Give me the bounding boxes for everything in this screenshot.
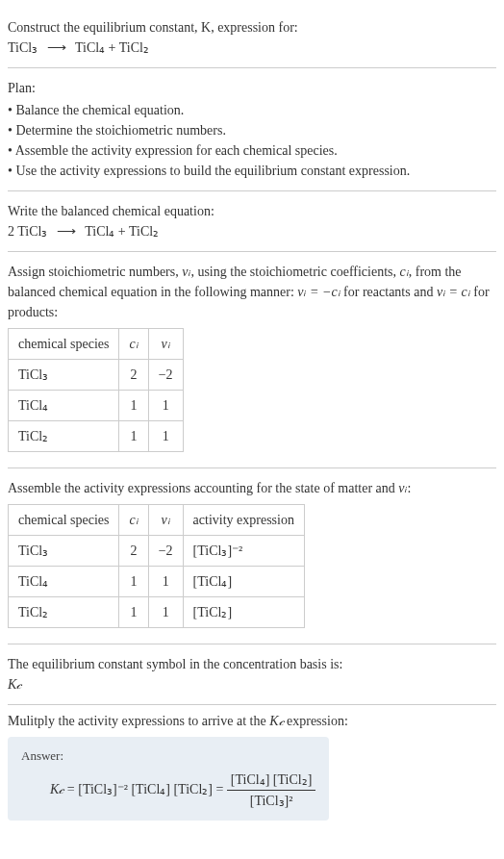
- eq-rhs: TiCl₄ + TiCl₂: [85, 224, 159, 239]
- arrow-icon: ⟶: [41, 40, 72, 55]
- table-header-row: chemical species cᵢ νᵢ activity expressi…: [9, 505, 305, 536]
- cell-species: TiCl₃: [9, 360, 119, 391]
- th-species: chemical species: [9, 505, 119, 536]
- plan-section: Plan: Balance the chemical equation. Det…: [8, 68, 496, 191]
- answer-formula: K𝒸 = [TiCl₃]⁻² [TiCl₄] [TiCl₂] = [TiCl₄]…: [21, 770, 315, 811]
- table-row: TiCl₃ 2 −2: [9, 360, 184, 391]
- prompt-text: Construct the equilibrium constant, K, e…: [8, 20, 298, 35]
- table-header-row: chemical species cᵢ νᵢ: [9, 329, 184, 360]
- cell-species: TiCl₂: [9, 421, 119, 452]
- cell-activity: [TiCl₄]: [183, 567, 304, 597]
- th-nui: νᵢ: [148, 329, 183, 360]
- lhs: = [TiCl₃]⁻² [TiCl₄] [TiCl₂] =: [63, 781, 227, 796]
- plan-item: Determine the stoichiometric numbers.: [8, 120, 496, 140]
- cell-nui: 1: [148, 597, 183, 628]
- c-i: cᵢ: [400, 265, 409, 279]
- plan-item: Balance the chemical equation.: [8, 100, 496, 120]
- kc: K𝒸: [269, 714, 283, 728]
- plan-title: Plan:: [8, 78, 496, 98]
- cell-ci: 1: [119, 567, 148, 597]
- text: Assemble the activity expressions accoun…: [8, 481, 398, 495]
- th-activity: activity expression: [183, 505, 304, 536]
- eq-lhs: 2 TiCl₃: [8, 224, 47, 239]
- multiply-section: Mulitply the activity expressions to arr…: [8, 705, 496, 826]
- fraction: [TiCl₄] [TiCl₂][TiCl₃]²: [227, 770, 316, 811]
- cell-ci: 2: [119, 360, 148, 391]
- kc-symbol: K𝒸: [8, 674, 496, 695]
- cell-ci: 1: [119, 597, 148, 628]
- rel2: νᵢ = cᵢ: [437, 285, 470, 299]
- th-ci: cᵢ: [119, 505, 148, 536]
- cell-activity: [TiCl₃]⁻²: [183, 536, 304, 567]
- text: , using the stoichiometric coefficients,: [190, 265, 399, 279]
- cell-nui: −2: [148, 536, 183, 567]
- text: Mulitply the activity expressions to arr…: [8, 714, 269, 728]
- table-row: TiCl₄ 1 1: [9, 391, 184, 421]
- text: expression:: [284, 714, 348, 728]
- th-species: chemical species: [9, 329, 119, 360]
- symbol-section: The equilibrium constant symbol in the c…: [8, 644, 496, 705]
- numerator: [TiCl₄] [TiCl₂]: [227, 770, 316, 791]
- eq-lhs: TiCl₃: [8, 40, 38, 55]
- balanced-equation: 2 TiCl₃ ⟶ TiCl₄ + TiCl₂: [8, 221, 496, 241]
- answer-label: Answer:: [21, 746, 315, 766]
- plan-item: Assemble the activity expression for eac…: [8, 140, 496, 161]
- cell-species: TiCl₃: [9, 536, 119, 567]
- table-row: TiCl₄ 1 1 [TiCl₄]: [9, 567, 305, 597]
- stoich-section: Assign stoichiometric numbers, νᵢ, using…: [8, 252, 496, 468]
- balanced-section: Write the balanced chemical equation: 2 …: [8, 191, 496, 252]
- stoich-table: chemical species cᵢ νᵢ TiCl₃ 2 −2 TiCl₄ …: [8, 328, 184, 452]
- nu-i: νᵢ: [398, 481, 407, 495]
- activity-table: chemical species cᵢ νᵢ activity expressi…: [8, 504, 305, 628]
- eq-rhs: TiCl₄ + TiCl₂: [75, 40, 149, 55]
- prompt-equation: TiCl₃ ⟶ TiCl₄ + TiCl₂: [8, 38, 496, 58]
- prompt-section: Construct the equilibrium constant, K, e…: [8, 8, 496, 68]
- arrow-icon: ⟶: [51, 224, 82, 239]
- cell-ci: 1: [119, 421, 148, 452]
- prompt-line1: Construct the equilibrium constant, K, e…: [8, 17, 496, 38]
- denominator: [TiCl₃]²: [227, 791, 316, 811]
- cell-nui: −2: [148, 360, 183, 391]
- text: :: [408, 481, 412, 495]
- cell-nui: 1: [148, 421, 183, 452]
- cell-ci: 1: [119, 391, 148, 421]
- th-nui: νᵢ: [148, 505, 183, 536]
- cell-nui: 1: [148, 567, 183, 597]
- cell-ci: 2: [119, 536, 148, 567]
- cell-activity: [TiCl₂]: [183, 597, 304, 628]
- balanced-title: Write the balanced chemical equation:: [8, 201, 496, 221]
- th-ci: cᵢ: [119, 329, 148, 360]
- cell-nui: 1: [148, 391, 183, 421]
- rel1: νᵢ = −cᵢ: [297, 285, 340, 299]
- cell-species: TiCl₂: [9, 597, 119, 628]
- activity-section: Assemble the activity expressions accoun…: [8, 468, 496, 644]
- table-row: TiCl₂ 1 1 [TiCl₂]: [9, 597, 305, 628]
- table-row: TiCl₃ 2 −2 [TiCl₃]⁻²: [9, 536, 305, 567]
- table-row: TiCl₂ 1 1: [9, 421, 184, 452]
- plan-list: Balance the chemical equation. Determine…: [8, 100, 496, 181]
- cell-species: TiCl₄: [9, 391, 119, 421]
- text: for reactants and: [340, 285, 437, 299]
- symbol-title: The equilibrium constant symbol in the c…: [8, 654, 496, 674]
- activity-title: Assemble the activity expressions accoun…: [8, 478, 496, 498]
- multiply-title: Mulitply the activity expressions to arr…: [8, 711, 496, 731]
- plan-item: Use the activity expressions to build th…: [8, 161, 496, 181]
- kc: K𝒸: [50, 781, 63, 796]
- answer-box: Answer: K𝒸 = [TiCl₃]⁻² [TiCl₄] [TiCl₂] =…: [8, 737, 329, 821]
- cell-species: TiCl₄: [9, 567, 119, 597]
- stoich-text: Assign stoichiometric numbers, νᵢ, using…: [8, 262, 496, 322]
- text: Assign stoichiometric numbers,: [8, 265, 182, 279]
